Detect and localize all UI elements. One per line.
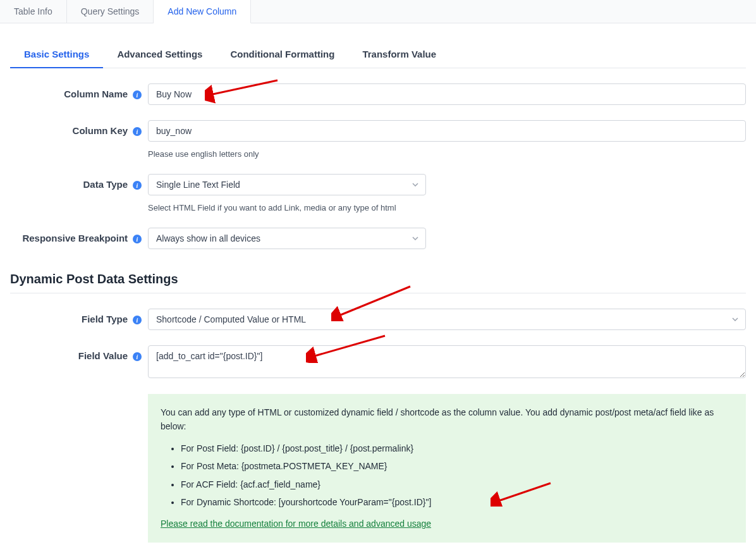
subtab-advanced-settings[interactable]: Advanced Settings — [103, 41, 216, 68]
info-box-list: For Post Field: {post.ID} / {post.post_t… — [181, 441, 733, 510]
responsive-select[interactable]: Always show in all devices — [148, 228, 426, 249]
data-type-label: Data Type — [83, 179, 128, 190]
info-box: You can add any type of HTML or customiz… — [148, 394, 746, 543]
tab-query-settings[interactable]: Query Settings — [67, 0, 154, 23]
field-value-textarea[interactable] — [148, 345, 746, 378]
field-type-label: Field Type — [82, 314, 128, 324]
info-box-item: For ACF Field: {acf.acf_field_name} — [181, 477, 733, 491]
tab-add-new-column[interactable]: Add New Column — [154, 0, 251, 23]
info-icon[interactable]: i — [133, 127, 142, 136]
info-box-item: For Post Field: {post.ID} / {post.post_t… — [181, 441, 733, 455]
column-name-input[interactable] — [148, 83, 746, 105]
documentation-link[interactable]: Please read the documentation for more d… — [161, 519, 431, 529]
responsive-label: Responsive Breakpoint — [22, 233, 128, 243]
info-icon[interactable]: i — [133, 90, 142, 99]
info-icon[interactable]: i — [133, 181, 142, 190]
info-icon[interactable]: i — [133, 316, 142, 324]
field-type-select[interactable]: Shortcode / Computed Value or HTML — [148, 309, 746, 330]
tab-table-info[interactable]: Table Info — [0, 0, 67, 23]
top-tabs: Table Info Query Settings Add New Column — [0, 0, 756, 23]
subtab-basic-settings[interactable]: Basic Settings — [10, 41, 103, 68]
column-key-helper: Please use english letters only — [148, 149, 746, 159]
section-title: Dynamic Post Data Settings — [10, 272, 746, 293]
info-box-intro: You can add any type of HTML or customiz… — [161, 405, 733, 434]
column-name-label: Column Name — [64, 89, 128, 99]
data-type-helper: Select HTML Field if you want to add Lin… — [148, 203, 746, 212]
subtab-conditional-formatting[interactable]: Conditional Formatting — [216, 41, 348, 68]
info-icon[interactable]: i — [133, 352, 142, 361]
info-box-item: For Dynamic Shortcode: [yourshortcode Yo… — [181, 495, 733, 509]
column-key-input[interactable] — [148, 120, 746, 142]
subtab-transform-value[interactable]: Transform Value — [348, 41, 450, 68]
info-icon[interactable]: i — [133, 235, 142, 243]
info-box-item: For Post Meta: {postmeta.POSTMETA_KEY_NA… — [181, 459, 733, 473]
field-value-label: Field Value — [78, 350, 128, 361]
data-type-select[interactable]: Single Line Text Field — [148, 174, 426, 195]
column-key-label: Column Key — [73, 125, 128, 136]
sub-tabs: Basic Settings Advanced Settings Conditi… — [10, 41, 746, 68]
